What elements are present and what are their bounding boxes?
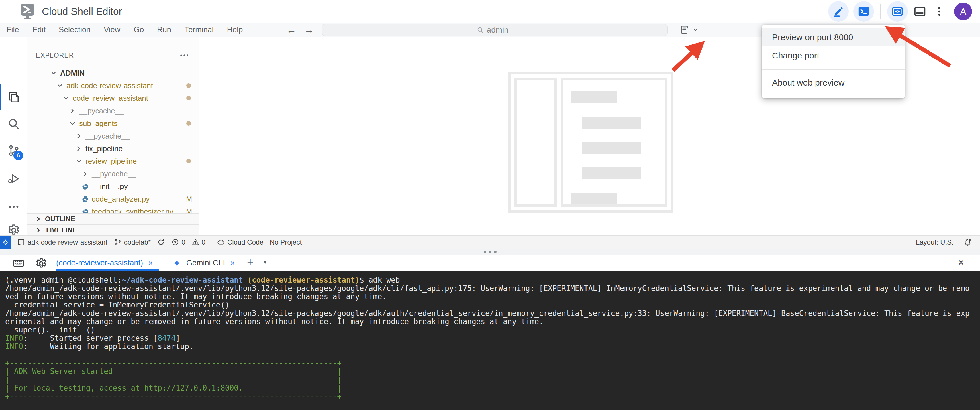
placeholder-bar	[582, 142, 641, 154]
tree-item-code-analyzer-py-9[interactable]: code_analyzer.pyM	[27, 193, 199, 205]
panel-resize-handle[interactable]	[0, 249, 980, 255]
close-panel-button[interactable]: ×	[958, 256, 964, 269]
tree-item-review-pipeline-6[interactable]: review_pipeline	[27, 155, 199, 168]
tree-item-adk-code-review-assistant-0[interactable]: adk-code-review-assistant	[27, 79, 199, 92]
cloud-shell-editor-window: Cloud Shell Editor	[0, 0, 980, 410]
chevron-down-icon	[56, 82, 64, 90]
keyboard-shortcuts-button[interactable]	[13, 257, 25, 270]
tab-label: (code-reviewer-assistant)	[56, 258, 143, 268]
chevron-right-icon	[75, 132, 83, 140]
tree-item--pycache--7[interactable]: __pycache__	[27, 168, 199, 180]
account-avatar[interactable]: A	[954, 3, 972, 20]
timeline-section-header[interactable]: TIMELINE	[27, 225, 199, 235]
report-feedback-button[interactable]	[680, 25, 698, 35]
activity-bar: 6	[0, 36, 27, 235]
sidebar-item-explorer[interactable]	[0, 84, 27, 110]
terminal-profile-dropdown[interactable]: ▾	[264, 258, 267, 266]
terminal-settings-button[interactable]	[35, 257, 48, 271]
web-preview-icon	[891, 5, 904, 18]
placeholder-bar	[582, 117, 641, 128]
status-cloud-code[interactable]: Cloud Code - No Project	[217, 238, 302, 246]
terminal-line	[5, 351, 980, 359]
tree-item--pycache--2[interactable]: __pycache__	[27, 104, 199, 117]
explorer-files-icon	[7, 90, 20, 104]
search-input[interactable]: admin_	[322, 24, 668, 36]
terminal-line: super().__init__()	[5, 326, 980, 334]
file-tree: ADMIN_adk-code-review-assistantcode_revi…	[27, 67, 199, 213]
menu-item-preview-on-port-8000[interactable]: Preview on port 8000	[762, 28, 905, 46]
edit-pencil-button[interactable]	[828, 1, 849, 22]
terminal-tab-gemini-cli[interactable]: Gemini CLI ×	[172, 255, 235, 271]
close-tab-icon[interactable]: ×	[148, 258, 153, 268]
header-toolbar: A	[828, 0, 972, 23]
close-tab-icon[interactable]: ×	[230, 258, 235, 268]
gemini-icon	[172, 259, 181, 268]
menu-help[interactable]: Help	[220, 25, 250, 34]
nav-forward-button[interactable]: →	[304, 24, 314, 35]
new-terminal-button[interactable]: +	[247, 256, 253, 268]
toggle-panel-button[interactable]	[912, 4, 927, 19]
edit-pencil-icon	[832, 5, 845, 18]
chevron-right-icon	[35, 215, 42, 223]
nav-back-button[interactable]: ←	[286, 24, 296, 35]
menu-go[interactable]: Go	[127, 25, 150, 34]
sidebar-item-search[interactable]	[0, 111, 27, 137]
status-warnings[interactable]: 0	[192, 238, 205, 246]
terminal-line: | For local testing, access at http://12…	[5, 384, 980, 392]
placeholder-bar	[571, 193, 617, 204]
menu-file[interactable]: File	[0, 25, 26, 34]
tree-item--pycache--4[interactable]: __pycache__	[27, 130, 199, 142]
run-debug-icon	[7, 172, 20, 185]
terminal-line: +---------------------------------------…	[5, 392, 980, 401]
status-sync-button[interactable]	[157, 238, 165, 246]
sidebar-item-source-control[interactable]: 6	[0, 138, 27, 164]
python-file-icon	[81, 182, 89, 190]
settings-gear-icon	[7, 223, 21, 237]
menu-divider	[762, 69, 905, 70]
terminal-line: INFO: Started server process [8474]	[5, 334, 980, 342]
tree-item-workspace-root[interactable]: ADMIN_	[27, 67, 199, 79]
sidebar-item-run-debug[interactable]	[0, 166, 27, 192]
tree-item-label: __init__.py	[92, 182, 128, 191]
status-git-branch[interactable]: codelab*	[114, 238, 151, 246]
status-workspace[interactable]: adk-code-review-assistant	[17, 238, 107, 246]
tree-item-label: __pycache__	[79, 106, 124, 116]
git-modified-dot	[186, 96, 191, 100]
menu-item-change-port[interactable]: Change port	[762, 46, 905, 65]
terminal-line: | ADK Web Server started |	[5, 367, 980, 376]
notifications-bell-icon[interactable]	[963, 238, 972, 247]
status-layout[interactable]: Layout: U.S.	[916, 238, 954, 246]
ellipsis-icon	[179, 50, 190, 61]
status-bar: adk-code-review-assistant codelab* 0	[0, 235, 980, 249]
menu-terminal[interactable]: Terminal	[178, 25, 220, 34]
terminal-tab-bar: (code-reviewer-assistant) × Gemini CLI ×…	[0, 255, 980, 271]
status-errors[interactable]: 0	[171, 238, 185, 246]
remote-icon	[2, 239, 9, 246]
tree-item-feedback-synthesizer-py-10[interactable]: feedback_synthesizer.pyM	[27, 205, 199, 213]
web-preview-button[interactable]	[887, 1, 908, 22]
tree-item-label: feedback_synthesizer.py	[92, 207, 173, 214]
timeline-label: TIMELINE	[45, 226, 77, 234]
tree-item-label: review_pipeline	[85, 157, 137, 166]
menu-run[interactable]: Run	[150, 25, 178, 34]
tree-item--init-py-8[interactable]: __init__.py	[27, 180, 199, 193]
menu-edit[interactable]: Edit	[26, 25, 52, 34]
tree-item-code-review-assistant-1[interactable]: code_review_assistant	[27, 92, 199, 104]
settings-gear-icon	[35, 257, 48, 270]
chevron-right-icon	[75, 145, 83, 153]
tree-item-fix-pipeline-5[interactable]: fix_pipeline	[27, 142, 199, 155]
menu-view[interactable]: View	[97, 25, 127, 34]
chevron-right-icon	[68, 107, 76, 115]
tree-item-label: fix_pipeline	[85, 144, 123, 153]
outline-section-header[interactable]: OUTLINE	[27, 213, 199, 225]
remote-indicator[interactable]	[0, 236, 11, 249]
explorer-more-actions-button[interactable]	[179, 50, 190, 62]
terminal-tab-code-reviewer[interactable]: (code-reviewer-assistant) ×	[56, 255, 153, 271]
tree-item-sub-agents-3[interactable]: sub_agents	[27, 117, 199, 130]
search-icon	[477, 26, 484, 34]
more-options-button[interactable]	[932, 4, 947, 19]
open-terminal-button[interactable]	[853, 1, 874, 22]
menu-item-about-web-preview[interactable]: About web preview	[762, 74, 905, 92]
git-modified-badge: M	[186, 195, 192, 203]
menu-selection[interactable]: Selection	[52, 25, 97, 34]
